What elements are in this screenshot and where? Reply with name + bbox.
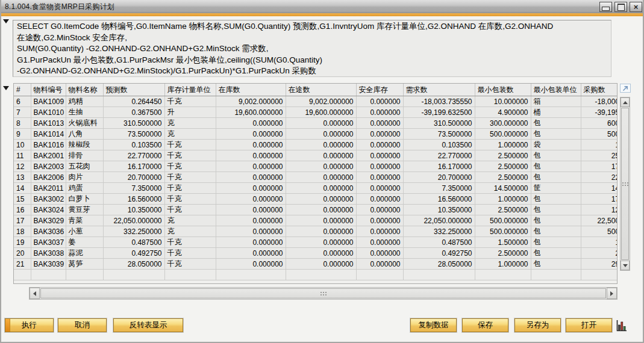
table-row[interactable]: 12BAK2003五花肉16.170000千克0.0000000.0000000… (14, 161, 617, 172)
table-cell[interactable]: 2.500000 (581, 248, 617, 259)
scroll-left-button[interactable] (30, 288, 40, 299)
table-cell[interactable]: 6 (14, 96, 31, 107)
table-cell[interactable]: 克 (164, 226, 216, 237)
table-cell[interactable]: 蒜泥 (66, 248, 103, 259)
table-cell[interactable]: BAK1014 (31, 129, 66, 140)
table-cell[interactable]: 11 (14, 150, 31, 161)
table-cell[interactable]: 0.103500 (403, 140, 475, 150)
table-cell[interactable]: 0.492750 (403, 248, 475, 259)
table-cell[interactable]: 0.000000 (286, 140, 356, 150)
table-cell[interactable]: 0.000000 (356, 248, 403, 259)
minimize-button[interactable] (599, 2, 612, 12)
column-header[interactable]: 预测数 (103, 84, 164, 96)
table-cell[interactable]: 29.000000 (581, 259, 617, 270)
table-cell[interactable]: 包 (531, 161, 581, 172)
table-cell[interactable]: 310.500000 (103, 118, 164, 129)
table-row[interactable]: 21BAK3039莴笋28.050000千克0.0000000.0000000.… (14, 259, 617, 270)
table-cell[interactable]: 500.000000 (475, 129, 531, 140)
table-cell[interactable]: 千克 (164, 259, 216, 270)
column-header[interactable]: 采购数 (581, 84, 617, 96)
table-cell[interactable]: 排骨 (66, 150, 103, 161)
table-row[interactable]: 17BAK3029青菜22,050.000000克0.0000000.00000… (14, 215, 617, 226)
table-cell[interactable]: 千克 (164, 205, 216, 215)
table-cell[interactable]: 0.000000 (216, 129, 286, 140)
table-cell[interactable]: 克 (164, 215, 216, 226)
table-cell[interactable]: 2.500000 (475, 150, 531, 161)
table-cell[interactable]: 鸡精 (66, 96, 103, 107)
table-cell[interactable]: 箱 (531, 96, 581, 107)
table-cell[interactable]: 0.103500 (103, 140, 164, 150)
table-cell[interactable]: 0.000000 (216, 259, 286, 270)
table-row[interactable]: 13BAK2006肉片20.700000千克0.0000000.0000000.… (14, 172, 617, 183)
table-cell[interactable]: 包 (531, 259, 581, 270)
table-cell[interactable]: -39,195.100000 (581, 107, 617, 118)
table-cell[interactable]: BAK2011 (31, 183, 66, 194)
table-cell[interactable]: 包 (531, 172, 581, 183)
table-cell[interactable]: 0.487500 (403, 237, 475, 248)
table-cell[interactable]: 辣椒段 (66, 140, 103, 150)
table-cell[interactable]: 0.000000 (216, 118, 286, 129)
table-cell[interactable]: 2.500000 (475, 205, 531, 215)
table-cell[interactable]: 小葱 (66, 226, 103, 237)
table-cell[interactable]: 0.000000 (216, 237, 286, 248)
save-as-button[interactable]: 另存为 (514, 318, 561, 332)
table-cell[interactable]: 0.000000 (286, 237, 356, 248)
table-cell[interactable]: 莴笋 (66, 259, 103, 270)
table-row[interactable]: 8BAK1013火锅底料310.500000克0.0000000.0000000… (14, 118, 617, 129)
table-cell[interactable]: BAK3002 (31, 194, 66, 205)
table-cell[interactable]: 0.000000 (216, 194, 286, 205)
table-cell[interactable]: BAK2003 (31, 161, 66, 172)
table-cell[interactable]: -39,199.632500 (403, 107, 475, 118)
table-cell[interactable]: 姜 (66, 237, 103, 248)
table-cell[interactable]: 10 (14, 140, 31, 150)
table-cell[interactable]: BAK3036 (31, 226, 66, 237)
table-cell[interactable]: 19,600.000000 (286, 107, 356, 118)
table-cell[interactable]: 0.000000 (216, 248, 286, 259)
table-cell[interactable]: 0.000000 (286, 205, 356, 215)
table-cell[interactable]: BAK3037 (31, 237, 66, 248)
table-cell[interactable]: 20 (14, 248, 31, 259)
table-cell[interactable]: 包 (531, 194, 581, 205)
table-row[interactable]: 6BAK1009鸡精0.264450千克9,002.0000009,002.00… (14, 96, 617, 107)
table-cell[interactable]: 10.350000 (103, 205, 164, 215)
table-cell[interactable]: 1.500000 (475, 237, 531, 248)
table-cell[interactable]: 0.000000 (216, 215, 286, 226)
table-cell[interactable]: 千克 (164, 161, 216, 172)
table-cell[interactable]: 1.000000 (581, 140, 617, 150)
column-header[interactable]: 安全库存 (356, 84, 403, 96)
table-cell[interactable]: 0.000000 (216, 183, 286, 194)
table-cell[interactable]: 2.500000 (475, 161, 531, 172)
table-cell[interactable]: 包 (531, 237, 581, 248)
table-cell[interactable]: 19,600.000000 (216, 107, 286, 118)
copy-data-button[interactable]: 复制数据 (410, 318, 457, 332)
table-cell[interactable]: 肉片 (66, 172, 103, 183)
column-header[interactable]: 物料名称 (66, 84, 103, 96)
table-cell[interactable]: 7.350000 (103, 183, 164, 194)
maximize-button[interactable] (614, 2, 627, 12)
table-cell[interactable]: 1.000000 (475, 259, 531, 270)
table-cell[interactable]: 白萝卜 (66, 194, 103, 205)
table-cell[interactable]: 千克 (164, 96, 216, 107)
table-cell[interactable]: 0.000000 (286, 161, 356, 172)
sql-query-editor[interactable]: SELECT G0.ItemCode 物料编号,G0.ItemName 物料名称… (13, 20, 611, 77)
table-cell[interactable]: 17.500000 (581, 161, 617, 172)
close-button[interactable]: × (630, 2, 642, 12)
table-cell[interactable]: 73.500000 (103, 129, 164, 140)
table-cell[interactable]: 千克 (164, 194, 216, 205)
table-cell[interactable]: 310.500000 (403, 118, 475, 129)
table-cell[interactable]: 22.770000 (103, 150, 164, 161)
table-cell[interactable]: 9,002.000000 (286, 96, 356, 107)
table-cell[interactable]: 14.500000 (475, 183, 531, 194)
table-cell[interactable]: 10.350000 (403, 205, 475, 215)
table-cell[interactable]: 克 (164, 118, 216, 129)
table-cell[interactable]: BAK1010 (31, 107, 66, 118)
table-cell[interactable]: 0.000000 (356, 172, 403, 183)
table-cell[interactable]: 9,002.000000 (216, 96, 286, 107)
table-cell[interactable]: BAK2001 (31, 150, 66, 161)
table-cell[interactable]: 0.000000 (356, 237, 403, 248)
table-cell[interactable]: 4.900000 (475, 107, 531, 118)
open-button[interactable]: 打开 (566, 318, 612, 332)
table-cell[interactable]: 600.000000 (581, 118, 617, 129)
scroll-right-button[interactable] (607, 288, 617, 299)
table-cell[interactable]: 1.000000 (475, 140, 531, 150)
